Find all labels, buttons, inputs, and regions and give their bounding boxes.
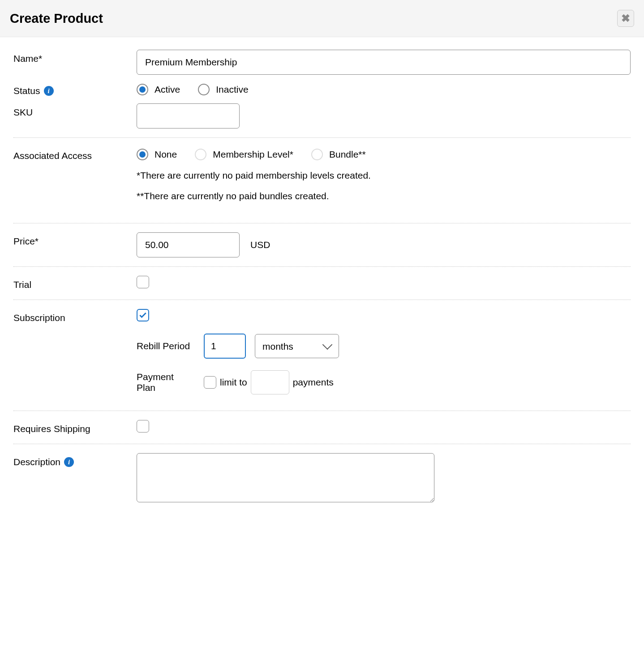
description-textarea[interactable] <box>137 453 434 502</box>
radio-label-membership: Membership Level* <box>213 149 293 160</box>
label-payments: payments <box>293 377 334 388</box>
row-requires-shipping: Requires Shipping <box>13 416 631 438</box>
row-description: Description i <box>13 450 631 508</box>
label-limit-to: limit to <box>220 377 247 388</box>
note-membership: *There are currently no paid membership … <box>137 170 631 181</box>
close-button[interactable]: ✖ <box>617 10 634 27</box>
radio-access-none[interactable] <box>137 149 148 160</box>
label-status: Status <box>13 86 40 96</box>
divider <box>13 444 631 444</box>
payment-limit-input[interactable] <box>251 370 289 394</box>
sku-input[interactable] <box>137 103 240 128</box>
info-icon[interactable]: i <box>64 457 74 467</box>
radio-status-inactive[interactable] <box>198 84 210 95</box>
price-input[interactable] <box>137 232 240 257</box>
row-trial: Trial <box>13 272 631 294</box>
label-price: Price* <box>13 232 137 247</box>
row-sku: SKU <box>13 100 631 132</box>
row-name: Name* <box>13 46 631 78</box>
note-bundle: **There are currently no paid bundles cr… <box>137 191 631 201</box>
divider <box>13 300 631 300</box>
close-icon: ✖ <box>621 12 630 25</box>
row-rebill-period: Rebill Period months <box>137 334 631 359</box>
form-body: Name* Status i Active Inactive SKU Assoc… <box>0 37 644 522</box>
dialog-header: Create Product ✖ <box>0 0 644 37</box>
row-status: Status i Active Inactive <box>13 78 631 100</box>
divider <box>13 411 631 411</box>
dialog-title: Create Product <box>10 11 103 26</box>
name-input[interactable] <box>137 50 631 75</box>
row-payment-plan: Payment Plan limit to payments <box>137 370 631 394</box>
check-icon <box>138 311 147 320</box>
rebill-amount-input[interactable] <box>204 334 246 359</box>
trial-checkbox[interactable] <box>137 276 149 288</box>
radio-access-membership[interactable] <box>195 149 206 160</box>
radio-label-inactive: Inactive <box>216 84 248 95</box>
row-associated-access: Associated Access None Membership Level*… <box>13 143 631 205</box>
subscription-checkbox[interactable] <box>137 309 149 321</box>
label-subscription: Subscription <box>13 309 137 323</box>
info-icon[interactable]: i <box>44 86 54 96</box>
divider <box>13 137 631 138</box>
currency-label: USD <box>250 240 270 250</box>
divider <box>13 266 631 267</box>
requires-shipping-checkbox[interactable] <box>137 420 149 432</box>
label-requires-shipping: Requires Shipping <box>13 420 137 434</box>
row-price: Price* USD <box>13 229 631 261</box>
label-description: Description <box>13 457 60 467</box>
label-rebill-period: Rebill Period <box>137 341 195 351</box>
radio-access-bundle[interactable] <box>311 149 323 160</box>
radio-label-none: None <box>155 149 177 160</box>
label-sku: SKU <box>13 103 137 118</box>
rebill-unit-select[interactable]: months <box>255 334 339 358</box>
label-associated-access: Associated Access <box>13 147 137 161</box>
radio-label-active: Active <box>155 84 180 95</box>
radio-label-bundle: Bundle** <box>329 149 366 160</box>
row-subscription: Subscription Rebill Period months Paymen… <box>13 305 631 398</box>
divider <box>13 223 631 223</box>
radio-status-active[interactable] <box>137 84 148 95</box>
label-trial: Trial <box>13 276 137 290</box>
rebill-unit-select-wrap: months <box>255 334 339 358</box>
label-name: Name* <box>13 50 137 64</box>
label-payment-plan: Payment Plan <box>137 372 195 393</box>
payment-plan-checkbox[interactable] <box>204 376 216 389</box>
